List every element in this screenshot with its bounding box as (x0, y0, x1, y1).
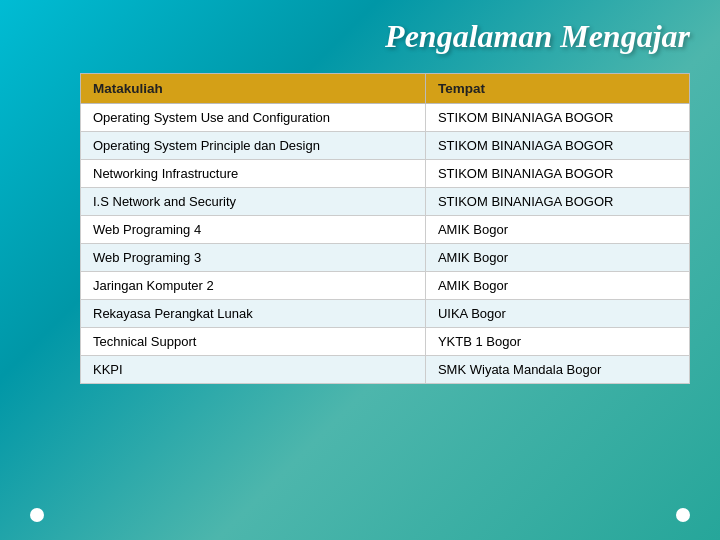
cell-tempat: SMK Wiyata Mandala Bogor (425, 356, 689, 384)
cell-tempat: AMIK Bogor (425, 272, 689, 300)
cell-matakuliah: Rekayasa Perangkat Lunak (81, 300, 426, 328)
cell-tempat: STIKOM BINANIAGA BOGOR (425, 188, 689, 216)
cell-matakuliah: KKPI (81, 356, 426, 384)
table-header-row: Matakuliah Tempat (81, 74, 690, 104)
table-row: Operating System Use and ConfigurationST… (81, 104, 690, 132)
table-row: Technical SupportYKTB 1 Bogor (81, 328, 690, 356)
cell-matakuliah: Operating System Use and Configuration (81, 104, 426, 132)
cell-matakuliah: Web Programing 3 (81, 244, 426, 272)
dot-right-decoration (676, 508, 690, 522)
cell-matakuliah: Operating System Principle dan Design (81, 132, 426, 160)
cell-tempat: STIKOM BINANIAGA BOGOR (425, 160, 689, 188)
cell-matakuliah: Technical Support (81, 328, 426, 356)
col-header-tempat: Tempat (425, 74, 689, 104)
main-table: Matakuliah Tempat Operating System Use a… (80, 73, 690, 384)
table-row: Web Programing 4AMIK Bogor (81, 216, 690, 244)
table-row: Operating System Principle dan DesignSTI… (81, 132, 690, 160)
table-body: Operating System Use and ConfigurationST… (81, 104, 690, 384)
page-title: Pengalaman Mengajar (0, 0, 720, 65)
table-row: Rekayasa Perangkat LunakUIKA Bogor (81, 300, 690, 328)
col-header-matakuliah: Matakuliah (81, 74, 426, 104)
table-row: Web Programing 3AMIK Bogor (81, 244, 690, 272)
cell-tempat: AMIK Bogor (425, 216, 689, 244)
dot-left-decoration (30, 508, 44, 522)
table-container: Matakuliah Tempat Operating System Use a… (80, 73, 690, 384)
table-row: Networking InfrastructureSTIKOM BINANIAG… (81, 160, 690, 188)
cell-matakuliah: Jaringan Komputer 2 (81, 272, 426, 300)
cell-tempat: YKTB 1 Bogor (425, 328, 689, 356)
cell-tempat: STIKOM BINANIAGA BOGOR (425, 104, 689, 132)
cell-matakuliah: I.S Network and Security (81, 188, 426, 216)
table-row: I.S Network and SecuritySTIKOM BINANIAGA… (81, 188, 690, 216)
cell-matakuliah: Web Programing 4 (81, 216, 426, 244)
table-row: Jaringan Komputer 2AMIK Bogor (81, 272, 690, 300)
cell-matakuliah: Networking Infrastructure (81, 160, 426, 188)
table-row: KKPISMK Wiyata Mandala Bogor (81, 356, 690, 384)
cell-tempat: STIKOM BINANIAGA BOGOR (425, 132, 689, 160)
cell-tempat: AMIK Bogor (425, 244, 689, 272)
cell-tempat: UIKA Bogor (425, 300, 689, 328)
